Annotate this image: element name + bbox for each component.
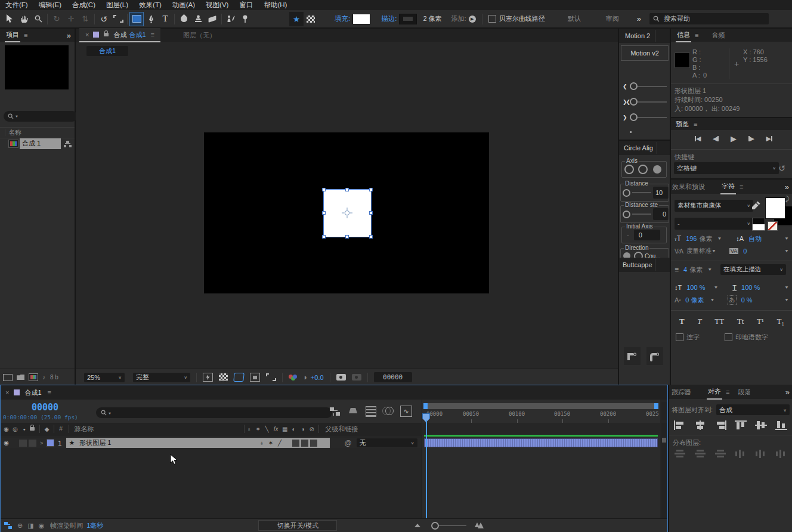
effects-switch-icon[interactable]: ✶ <box>266 440 275 446</box>
timeline-tracks-area[interactable] <box>422 435 660 518</box>
pen-tool-icon[interactable] <box>144 12 158 26</box>
distance-step-knob[interactable] <box>623 211 630 218</box>
tab-project[interactable]: 项目 <box>5 29 20 42</box>
slider-knob[interactable] <box>630 82 638 90</box>
clone-stamp-tool-icon[interactable] <box>191 12 205 26</box>
tab-buttcap[interactable]: Buttcappe <box>623 259 655 271</box>
solo-column-icon[interactable]: ● <box>20 427 29 431</box>
last-frame-button[interactable]: ▶ <box>766 135 772 142</box>
previous-frame-button[interactable]: ◀ <box>713 135 719 142</box>
faux-bold-button[interactable]: T <box>679 317 685 326</box>
align-left-button[interactable] <box>674 420 686 430</box>
layer-row[interactable]: ◉ > 1 ★ 形状图层 1 ♁ ✶ ╱ @ 无∨ <box>1 438 422 448</box>
dropdown-caret-icon[interactable]: ▼ <box>713 285 718 289</box>
audio-column-icon[interactable]: ◎ <box>11 426 20 432</box>
tab-info[interactable]: 信息 <box>676 29 691 42</box>
distance-knob[interactable] <box>623 189 630 197</box>
all-caps-button[interactable]: TT <box>714 317 724 326</box>
frame-blend-switch-icon[interactable]: ╱ <box>275 440 284 446</box>
region-of-interest-icon[interactable] <box>250 373 260 382</box>
butt-cap-corner-icon[interactable] <box>624 347 641 365</box>
align-bottom-button[interactable] <box>775 420 787 430</box>
timeline-zoom-track[interactable] <box>439 525 466 526</box>
effects-switch-icon[interactable]: ✶ <box>253 426 262 432</box>
dropdown-caret-icon[interactable]: ▼ <box>711 249 716 253</box>
distribute-top-button[interactable] <box>674 449 686 459</box>
slider-track[interactable] <box>638 86 667 87</box>
panel-overflow-icon[interactable]: » <box>67 31 71 40</box>
menu-window[interactable]: 窗口 <box>234 0 258 10</box>
font-family-dropdown[interactable]: 素材集市康康体∨ <box>675 200 753 212</box>
menu-effect[interactable]: 效果(T) <box>134 0 167 10</box>
puppet-pin-tool-icon[interactable] <box>238 12 252 26</box>
source-name-column-header[interactable]: 源名称 <box>74 425 94 434</box>
workspace-review-tab[interactable]: 审阅 <box>606 14 619 23</box>
playhead-line[interactable] <box>426 420 427 525</box>
dolly-camera-tool-icon[interactable]: ⇅ <box>78 12 92 26</box>
exposure-value[interactable]: +0.0 <box>311 374 324 381</box>
dropdown-caret-icon[interactable]: ▼ <box>784 298 789 302</box>
vertical-scale-value[interactable]: 100 % <box>686 284 705 291</box>
lock-column-icon[interactable] <box>30 427 35 431</box>
small-caps-button[interactable]: Tt <box>737 317 744 326</box>
timeline-tab-name[interactable]: 合成1 <box>24 388 41 397</box>
selection-handle[interactable] <box>345 235 349 239</box>
preview-panel-menu-icon[interactable]: ≡ <box>694 120 697 128</box>
distance-track[interactable] <box>632 192 651 193</box>
flowchart-icon[interactable] <box>64 141 72 147</box>
project-item-row[interactable]: 合成 1 <box>0 138 75 149</box>
info-panel-menu-icon[interactable]: ≡ <box>695 32 698 39</box>
distance-value-field[interactable]: 10 <box>653 187 669 199</box>
layer-switch-cell[interactable] <box>29 440 36 447</box>
layer-name-cell[interactable]: ★ 形状图层 1 <box>66 438 257 448</box>
workspace-default-tab[interactable]: 默认 <box>568 14 581 23</box>
tab-effects-presets[interactable]: 效果和预设 <box>672 183 705 191</box>
menu-help[interactable]: 帮助(H) <box>258 0 292 10</box>
ligatures-checkbox[interactable] <box>676 333 683 341</box>
layer-switches-cell[interactable]: ♁ ✶ ╱ <box>257 438 330 448</box>
work-area-start-handle[interactable] <box>423 403 428 409</box>
distribute-left-button[interactable] <box>735 449 747 459</box>
composition-canvas[interactable] <box>204 132 489 293</box>
leading-value[interactable]: 自动 <box>748 234 762 243</box>
menu-animation[interactable]: 动画(A) <box>167 0 200 10</box>
round-cap-corner-icon[interactable] <box>646 347 663 365</box>
stroke-width-value[interactable]: 4 <box>683 266 687 273</box>
fast-preview-icon[interactable] <box>203 373 213 382</box>
layer-switch-cell[interactable] <box>19 440 27 447</box>
tab-circle-align[interactable]: Circle Alig <box>624 142 657 154</box>
transparency-grid-icon[interactable] <box>219 373 228 381</box>
bit-depth-button[interactable]: 8 b <box>50 374 58 381</box>
adjustment-switch-icon[interactable]: ▦ <box>280 426 289 432</box>
distribute-bottom-button[interactable] <box>714 449 726 459</box>
no-fill-icon[interactable] <box>768 221 778 231</box>
kerning-value[interactable]: 度量标准 <box>686 247 711 255</box>
tab-tracker[interactable]: 跟踪器 <box>672 388 691 397</box>
project-audio-icon[interactable]: ♪ <box>42 374 45 381</box>
layer-expander-icon[interactable]: > <box>40 440 43 446</box>
zoom-level-dropdown[interactable]: 25%∨ <box>84 373 125 382</box>
workspace-overflow-icon[interactable]: » <box>637 14 641 23</box>
parent-link-dropdown[interactable]: 无∨ <box>357 438 417 447</box>
swap-fill-stroke-icon[interactable]: ⤸ <box>785 195 790 203</box>
draft-3d-icon[interactable] <box>349 406 358 416</box>
faux-italic-button[interactable]: T <box>697 317 701 326</box>
switch-box[interactable] <box>292 440 299 447</box>
rotation-tool-icon[interactable]: ↺ <box>97 12 111 26</box>
stroke-color-swatch[interactable] <box>399 14 417 24</box>
work-area-end-handle[interactable] <box>654 403 658 409</box>
frame-blend-switch-icon[interactable]: ╲ <box>262 426 271 432</box>
axis-y-radio[interactable] <box>638 165 648 174</box>
comp-navigator-chip[interactable]: 合成1 <box>86 46 128 56</box>
menu-edit[interactable]: 编辑(E) <box>33 0 67 10</box>
comp-label-color-swatch[interactable] <box>93 32 99 38</box>
camera-frame-tool-icon[interactable] <box>111 12 125 26</box>
distribute-right-button[interactable] <box>775 449 787 459</box>
render-settings-icon[interactable]: ⊕ <box>17 522 23 530</box>
project-search-box[interactable]: ▾ <box>4 111 78 122</box>
tab-paragraph[interactable]: 段落 <box>738 388 750 397</box>
dropdown-caret-icon[interactable]: ▼ <box>717 236 722 240</box>
minus-icon[interactable]: - <box>627 231 629 239</box>
baseline-shift-value[interactable]: 0 像素 <box>685 296 704 305</box>
selection-handle[interactable] <box>322 188 326 191</box>
